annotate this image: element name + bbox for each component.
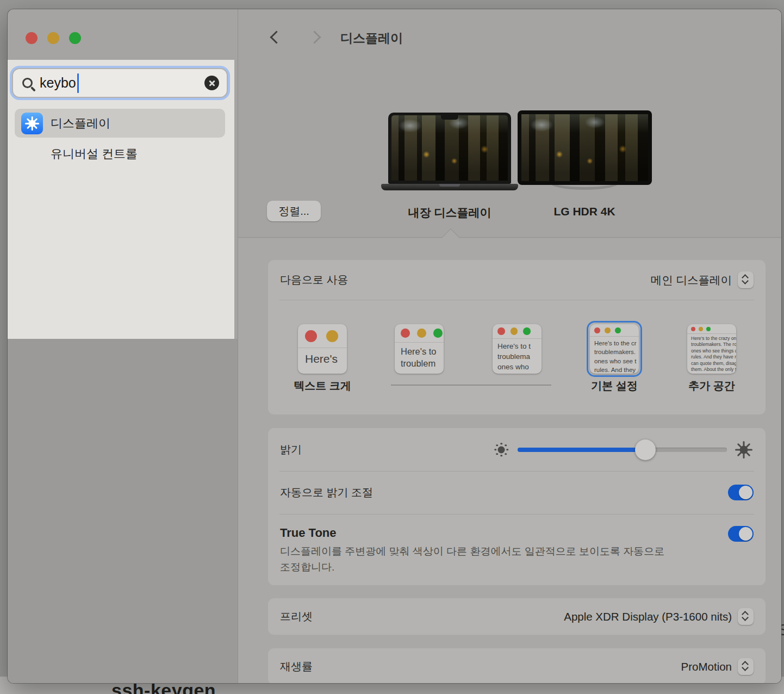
- brightness-thumb[interactable]: [635, 439, 656, 460]
- resolution-option-more-space[interactable]: Here's to the crazy onetroublemakers. Th…: [687, 324, 736, 374]
- resolution-panel: 다음으로 사용 메인 디스플레이 Here's Here's totrouble…: [268, 260, 766, 414]
- true-tone-label: True Tone: [280, 526, 728, 540]
- refresh-rate-label: 재생률: [280, 659, 681, 674]
- preset-label: 프리셋: [280, 609, 564, 624]
- resolution-label-larger-text: 텍스트 크게: [268, 379, 377, 393]
- search-result-display[interactable]: 디스플레이: [15, 109, 225, 138]
- zoom-window-button[interactable]: [69, 32, 81, 44]
- preset-value: Apple XDR Display (P3-1600 nits): [564, 610, 732, 623]
- clear-search-icon[interactable]: [204, 76, 219, 90]
- sidebar: keybo 디스플레이 유니버설 컨트롤: [8, 9, 238, 683]
- brightness-panel: 밝기 자동으로 밝기 조절 True Tone: [268, 428, 766, 585]
- refresh-rate-dropdown[interactable]: [738, 658, 754, 675]
- external-display-thumbnail[interactable]: [518, 110, 652, 185]
- search-result-universal-control[interactable]: 유니버설 컨트롤: [51, 144, 138, 164]
- resolution-option-default[interactable]: Here's to the crtroublemakers.ones who s…: [590, 324, 639, 374]
- preset-panel: 프리셋 Apple XDR Display (P3-1600 nits): [268, 598, 766, 635]
- sidebar-dimmed-area: [8, 339, 238, 683]
- minimize-window-button[interactable]: [47, 32, 59, 44]
- close-window-button[interactable]: [26, 32, 38, 44]
- true-tone-description: 디스플레이를 주변광에 맞춰 색상이 다른 환경에서도 일관적으로 보이도록 자…: [280, 543, 710, 575]
- builtin-display-thumbnail[interactable]: [388, 113, 511, 184]
- resolution-option-larger-text[interactable]: Here's: [298, 324, 347, 374]
- laptop-notch: [441, 115, 458, 120]
- resolution-option-2[interactable]: Here's totroublem: [395, 324, 444, 374]
- search-results-panel: keybo 디스플레이 유니버설 컨트롤: [8, 60, 234, 339]
- resolution-label-more-space: 추가 공간: [657, 379, 766, 393]
- search-input-value: keybo: [40, 75, 76, 91]
- brightness-low-icon: [492, 441, 511, 459]
- system-settings-window: keybo 디스플레이 유니버설 컨트롤 디스플레이: [8, 9, 781, 683]
- search-input[interactable]: keybo: [12, 68, 228, 98]
- text-cursor: [77, 73, 79, 93]
- preset-dropdown[interactable]: [738, 608, 754, 625]
- mini-window-titlebar: [298, 324, 347, 348]
- laptop-base: [381, 184, 518, 190]
- brightness-slider[interactable]: [518, 448, 727, 452]
- external-display-wallpaper: [521, 114, 648, 181]
- arrange-displays-button[interactable]: 정렬...: [267, 201, 321, 221]
- use-as-dropdown[interactable]: [738, 271, 754, 288]
- use-as-label: 다음으로 사용: [280, 272, 651, 287]
- use-as-value: 메인 디스플레이: [651, 272, 732, 288]
- display-settings-pane: 디스플레이 정렬... 내장 디스플레이 LG HDR 4K 다음으로 사용 메…: [238, 9, 781, 683]
- external-display-name: LG HDR 4K: [503, 205, 666, 218]
- brightness-label: 밝기: [280, 442, 492, 457]
- refresh-rate-panel: 재생률 ProMotion: [268, 648, 766, 683]
- search-result-label: 디스플레이: [51, 115, 110, 132]
- brightness-high-icon: [734, 440, 754, 460]
- auto-brightness-label: 자동으로 밝기 조절: [280, 485, 728, 500]
- resolution-scale-line: [391, 385, 551, 386]
- brightness-fill: [518, 448, 645, 452]
- true-tone-toggle[interactable]: [728, 526, 754, 542]
- resolution-option-3[interactable]: Here's to ttroublemaones who: [493, 324, 542, 374]
- page-title: 디스플레이: [340, 30, 403, 47]
- resolution-label-default: 기본 설정: [560, 379, 669, 393]
- builtin-display-wallpaper: [391, 115, 508, 181]
- auto-brightness-toggle[interactable]: [728, 485, 754, 500]
- display-brightness-icon: [21, 113, 43, 134]
- refresh-rate-value: ProMotion: [681, 660, 732, 673]
- search-icon: [22, 78, 33, 88]
